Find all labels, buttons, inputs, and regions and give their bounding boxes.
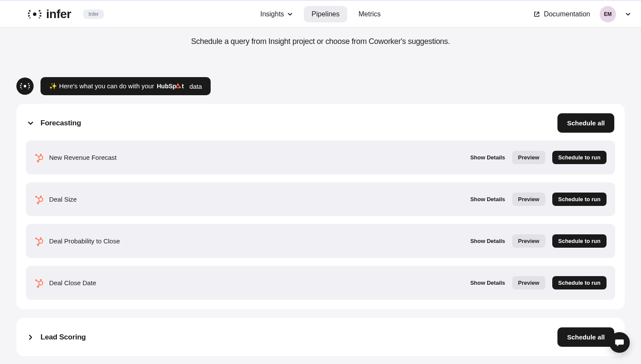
hubspot-icon xyxy=(34,236,44,246)
documentation-label: Documentation xyxy=(544,10,590,18)
nav-pipelines-label: Pipelines xyxy=(311,10,339,18)
item-name: Deal Probability to Close xyxy=(49,237,120,245)
documentation-link[interactable]: Documentation xyxy=(533,10,590,18)
nav-insights-label: Insights xyxy=(260,10,284,18)
logo-wordmark: infer xyxy=(46,7,71,21)
section-header: Lead Scoring Schedule all xyxy=(26,327,615,347)
schedule-all-button[interactable]: Schedule all xyxy=(557,327,614,347)
chevron-down-icon xyxy=(287,12,292,17)
section-header: Forecasting Schedule all xyxy=(26,113,615,133)
section-title-group[interactable]: Lead Scoring xyxy=(27,333,86,342)
svg-point-0 xyxy=(33,12,37,16)
preview-button[interactable]: Preview xyxy=(512,193,545,206)
svg-line-24 xyxy=(38,201,40,202)
svg-point-6 xyxy=(176,85,179,88)
suggestion-suffix: data xyxy=(190,83,202,90)
logo-mark-icon xyxy=(28,9,42,20)
nav-insights[interactable]: Insights xyxy=(252,6,300,22)
suggestion-item: Deal Probability to Close Show Details P… xyxy=(26,224,615,258)
nav-pipelines[interactable]: Pipelines xyxy=(304,6,347,22)
external-link-icon xyxy=(533,11,540,18)
suggestion-item: Deal Size Show Details Preview Schedule … xyxy=(26,182,615,216)
chevron-down-icon xyxy=(27,119,34,127)
show-details-button[interactable]: Show Details xyxy=(470,280,505,286)
svg-line-31 xyxy=(38,243,40,244)
show-details-button[interactable]: Show Details xyxy=(470,196,505,202)
preview-button[interactable]: Preview xyxy=(512,151,545,164)
svg-point-37 xyxy=(37,286,39,287)
svg-point-1 xyxy=(24,85,26,87)
hubspot-wordmark-icon: HubSp t xyxy=(157,82,187,90)
svg-point-16 xyxy=(37,160,39,162)
svg-text:t: t xyxy=(182,83,184,90)
item-name: Deal Close Date xyxy=(49,279,96,286)
svg-point-23 xyxy=(37,202,39,204)
avatar[interactable]: EM xyxy=(600,6,616,22)
suggestion-row: ✨ Here's what you can do with your HubSp… xyxy=(16,77,641,95)
section-lead-scoring: Lead Scoring Schedule all xyxy=(16,318,625,356)
svg-point-30 xyxy=(37,244,39,246)
section-title: Forecasting xyxy=(40,119,81,128)
user-menu-chevron-icon[interactable] xyxy=(625,12,631,17)
show-details-button[interactable]: Show Details xyxy=(470,238,505,244)
svg-line-15 xyxy=(36,155,39,157)
svg-line-36 xyxy=(36,280,39,282)
item-name: New Revenue Forecast xyxy=(49,154,117,161)
chat-fab[interactable] xyxy=(609,332,630,353)
schedule-to-run-button[interactable]: Schedule to run xyxy=(552,151,607,164)
svg-line-8 xyxy=(176,87,177,87)
show-details-button[interactable]: Show Details xyxy=(470,154,505,161)
app-header: infer Infer Insights Pipelines Metrics D… xyxy=(0,0,641,28)
suggestion-item: New Revenue Forecast Show Details Previe… xyxy=(26,140,615,174)
svg-line-22 xyxy=(36,196,39,199)
svg-line-29 xyxy=(36,238,39,240)
schedule-to-run-button[interactable]: Schedule to run xyxy=(552,193,607,206)
hubspot-icon xyxy=(34,153,44,162)
suggestion-pill: ✨ Here's what you can do with your HubSp… xyxy=(40,77,211,95)
nav-metrics-label: Metrics xyxy=(358,10,381,18)
suggestion-prefix: ✨ Here's what you can do with your xyxy=(49,82,154,90)
svg-point-32 xyxy=(39,281,43,285)
svg-text:HubSp: HubSp xyxy=(157,83,176,90)
schedule-to-run-button[interactable]: Schedule to run xyxy=(552,276,607,289)
schedule-to-run-button[interactable]: Schedule to run xyxy=(552,234,607,248)
env-tag: Infer xyxy=(83,9,104,19)
item-name: Deal Size xyxy=(49,196,77,203)
header-right: Documentation EM xyxy=(533,6,631,22)
svg-line-38 xyxy=(38,284,40,286)
svg-line-17 xyxy=(38,159,40,160)
page-subtitle: Schedule a query from Insight project or… xyxy=(0,37,641,46)
hubspot-icon xyxy=(34,195,44,204)
chat-icon xyxy=(614,337,625,348)
section-title-group[interactable]: Forecasting xyxy=(27,119,81,128)
chevron-right-icon xyxy=(27,333,34,341)
preview-button[interactable]: Preview xyxy=(512,276,545,289)
top-nav: Insights Pipelines Metrics xyxy=(252,6,389,22)
svg-point-25 xyxy=(39,239,43,243)
preview-button[interactable]: Preview xyxy=(512,234,545,248)
nav-metrics[interactable]: Metrics xyxy=(351,6,389,22)
section-title: Lead Scoring xyxy=(40,333,86,342)
coworker-avatar-icon xyxy=(16,78,34,95)
hubspot-icon xyxy=(34,278,44,288)
suggestion-item: Deal Close Date Show Details Preview Sch… xyxy=(26,266,615,300)
schedule-all-button[interactable]: Schedule all xyxy=(557,113,614,133)
logo[interactable]: infer xyxy=(28,7,71,21)
section-forecasting: Forecasting Schedule all New Revenue For… xyxy=(16,104,625,309)
svg-line-9 xyxy=(179,87,180,87)
